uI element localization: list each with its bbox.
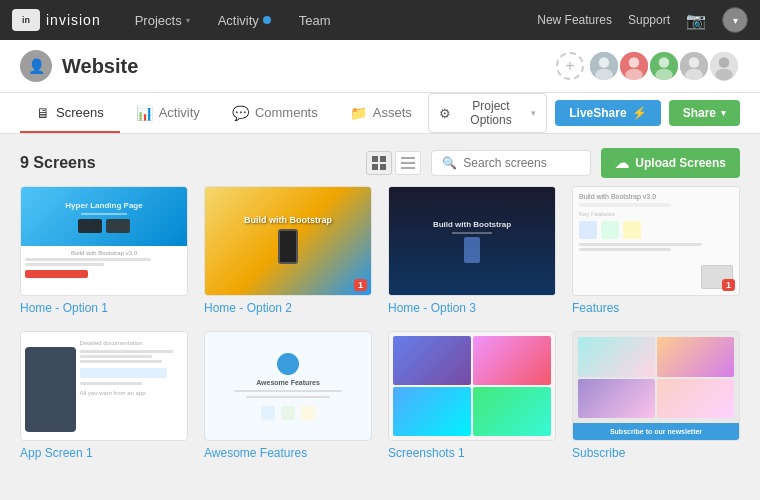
liveshare-button[interactable]: LiveShare ⚡: [555, 100, 660, 126]
search-box: 🔍: [431, 150, 591, 176]
upload-screens-button[interactable]: ☁ Upload Screens: [601, 148, 740, 178]
logo-area[interactable]: in invision: [12, 9, 101, 31]
project-icon: 👤: [20, 50, 52, 82]
tab-assets[interactable]: 📁 Assets: [334, 95, 428, 133]
share-caret-icon: ▾: [721, 108, 726, 118]
view-toggle: [366, 151, 421, 175]
tabs-right: ⚙ Project Options ▾ LiveShare ⚡ Share ▾: [428, 93, 740, 133]
toolbar-right: 🔍 ☁ Upload Screens: [366, 148, 740, 178]
screen-title-1: Home - Option 1: [20, 301, 188, 315]
nav-item-team[interactable]: Team: [285, 0, 345, 40]
tab-comments[interactable]: 💬 Comments: [216, 95, 334, 133]
screen-title-8: Subscribe: [572, 446, 740, 460]
screen-card-7[interactable]: Screenshots 1: [388, 331, 556, 460]
avatar-4[interactable]: [678, 50, 710, 82]
svg-point-10: [689, 57, 700, 68]
logo-icon: in: [12, 9, 40, 31]
svg-point-7: [659, 57, 670, 68]
screen-title-2: Home - Option 2: [204, 301, 372, 315]
screen-card-4[interactable]: Build with Bootstrap v3.0 Key Features 1…: [572, 186, 740, 315]
list-view-button[interactable]: [395, 151, 421, 175]
screen-thumb-5: Detailed documentation All you want from…: [20, 331, 188, 441]
screens-toolbar: 9 Screens 🔍 ☁ Upload Screens: [0, 134, 760, 186]
screen-card-2[interactable]: Build with Bootstrap 1 Home - Option 2: [204, 186, 372, 315]
screen-card-5[interactable]: Detailed documentation All you want from…: [20, 331, 188, 460]
svg-point-13: [719, 57, 730, 68]
bolt-icon: ⚡: [632, 106, 647, 120]
screen-thumb-6: Awesome Features: [204, 331, 372, 441]
tab-activity[interactable]: 📊 Activity: [120, 95, 216, 133]
svg-rect-20: [401, 162, 415, 164]
screen-title-3: Home - Option 3: [388, 301, 556, 315]
screen-thumb-4: Build with Bootstrap v3.0 Key Features 1: [572, 186, 740, 296]
nav-item-projects[interactable]: Projects ▾: [121, 0, 204, 40]
support-link[interactable]: Support: [628, 13, 670, 27]
new-features-link[interactable]: New Features: [537, 13, 612, 27]
svg-point-5: [625, 69, 643, 81]
svg-point-8: [655, 69, 673, 81]
avatar-1[interactable]: [588, 50, 620, 82]
comments-tab-icon: 💬: [232, 105, 249, 121]
screen-title-4: Features: [572, 301, 740, 315]
activity-tab-icon: 📊: [136, 105, 153, 121]
screens-count: 9 Screens: [20, 154, 96, 172]
tabs-left: 🖥 Screens 📊 Activity 💬 Comments 📁 Assets: [20, 95, 428, 132]
grid-icon: [372, 156, 386, 170]
screen-thumb-8: Subscribe to our newsletter: [572, 331, 740, 441]
screen-thumb-1: Hyper Landing Page Build with Bootstrap …: [20, 186, 188, 296]
nav-item-activity[interactable]: Activity: [204, 0, 285, 40]
search-icon: 🔍: [442, 156, 457, 170]
camera-icon[interactable]: 📷: [686, 11, 706, 30]
screens-grid: Hyper Landing Page Build with Bootstrap …: [0, 186, 760, 470]
cloud-upload-icon: ☁: [615, 155, 629, 171]
screen-title-6: Awesome Features: [204, 446, 372, 460]
screen-badge-2: 1: [354, 279, 367, 291]
grid-view-button[interactable]: [366, 151, 392, 175]
project-header: 👤 Website +: [0, 40, 760, 93]
top-navigation: in invision Projects ▾ Activity Team New…: [0, 0, 760, 40]
screen-title-7: Screenshots 1: [388, 446, 556, 460]
screen-card-1[interactable]: Hyper Landing Page Build with Bootstrap …: [20, 186, 188, 315]
assets-tab-icon: 📁: [350, 105, 367, 121]
screen-title-5: App Screen 1: [20, 446, 188, 460]
avatars-row: +: [556, 50, 740, 82]
tab-screens[interactable]: 🖥 Screens: [20, 95, 120, 133]
screen-card-6[interactable]: Awesome Features Awesome Features: [204, 331, 372, 460]
screens-tab-icon: 🖥: [36, 105, 50, 121]
svg-point-4: [629, 57, 640, 68]
svg-rect-21: [401, 167, 415, 169]
project-name: Website: [62, 55, 138, 78]
screen-card-8[interactable]: Subscribe to our newsletter Subscribe: [572, 331, 740, 460]
avatar-5[interactable]: [708, 50, 740, 82]
add-member-button[interactable]: +: [556, 52, 584, 80]
tabs-bar: 🖥 Screens 📊 Activity 💬 Comments 📁 Assets…: [0, 93, 760, 134]
svg-point-2: [595, 69, 613, 81]
projects-dropdown-arrow: ▾: [186, 16, 190, 25]
screen-thumb-3: Build with Bootstrap: [388, 186, 556, 296]
svg-rect-18: [380, 164, 386, 170]
avatar-2[interactable]: [618, 50, 650, 82]
nav-right: New Features Support 📷 ▾: [537, 7, 748, 33]
activity-badge: [263, 16, 271, 24]
svg-point-14: [715, 69, 733, 81]
svg-rect-17: [372, 164, 378, 170]
search-input[interactable]: [463, 156, 580, 170]
svg-point-11: [685, 69, 703, 81]
logo-text: invision: [46, 12, 101, 28]
share-button[interactable]: Share ▾: [669, 100, 740, 126]
svg-rect-19: [401, 157, 415, 159]
screen-thumb-2: Build with Bootstrap 1: [204, 186, 372, 296]
svg-rect-16: [380, 156, 386, 162]
screen-thumb-7: [388, 331, 556, 441]
avatar-3[interactable]: [648, 50, 680, 82]
project-options-button[interactable]: ⚙ Project Options ▾: [428, 93, 548, 133]
options-caret-icon: ▾: [531, 108, 536, 118]
screen-badge-4: 1: [722, 279, 735, 291]
gear-icon: ⚙: [439, 106, 451, 121]
user-avatar-nav[interactable]: ▾: [722, 7, 748, 33]
svg-rect-15: [372, 156, 378, 162]
screen-card-3[interactable]: Build with Bootstrap Home - Option 3: [388, 186, 556, 315]
project-title-area: 👤 Website: [20, 50, 138, 82]
list-icon: [401, 156, 415, 170]
svg-point-1: [599, 57, 610, 68]
